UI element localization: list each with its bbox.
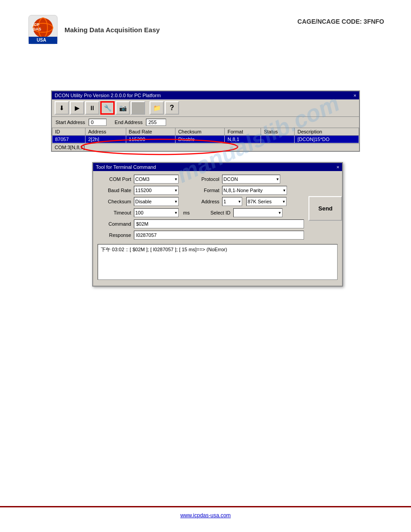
series-select-wrapper: 87K Series ▼ — [246, 197, 287, 206]
checksum-select-wrapper: Disable ▼ — [134, 197, 179, 206]
page-footer: www.icpdas-usa.com — [0, 506, 411, 519]
help-button[interactable]: ? — [165, 101, 179, 115]
folder-button[interactable]: 📁 — [150, 101, 164, 115]
command-input[interactable] — [134, 219, 304, 228]
play-button[interactable]: ▶ — [70, 101, 84, 115]
pause-button[interactable]: ⏸ — [85, 101, 99, 115]
command-row: Command — [98, 219, 304, 228]
log-entry: 下午 03:02 :: [ $02M ]; [ I0287057 ]; [ 15… — [101, 247, 227, 252]
response-label: Response — [98, 232, 131, 238]
start-address-label: Start Address — [56, 120, 85, 125]
cell-checksum: Disable — [175, 136, 224, 143]
select-id-wrapper: ▼ — [233, 208, 283, 217]
cell-address: 2[2h] — [86, 136, 126, 143]
addr-select-wrapper: 1 ▼ — [222, 197, 242, 206]
baud-rate-row: Baud Rate 115200 ▼ Format N,8,1-None P — [98, 186, 304, 195]
col-header-baud: Baud Rate — [126, 128, 175, 136]
company-logo: ICP DAS USA — [27, 13, 59, 46]
dcon-window-title: DCON Utility Pro Version 2.0.0.0 for PC … — [55, 93, 161, 98]
cell-baud: 115200 — [126, 136, 175, 143]
com-port-select[interactable]: COM3 — [134, 175, 179, 184]
checksum-row: Checksum Disable ▼ Address 1 — [98, 197, 304, 206]
footer-link[interactable]: www.icpdas-usa.com — [180, 512, 231, 519]
svg-text:USA: USA — [37, 38, 46, 43]
response-row: Response — [98, 231, 304, 240]
timeout-row: Timeout 100 ▼ ms Select ID — [98, 208, 304, 217]
protocol-select[interactable]: DCON — [222, 175, 280, 184]
dcon-main-window: DCON Utility Pro Version 2.0.0.0 for PC … — [51, 90, 360, 152]
svg-text:DAS: DAS — [33, 27, 41, 31]
start-address-input[interactable] — [89, 119, 107, 126]
terminal-left: COM Port COM3 ▼ Protocol DCON — [98, 175, 304, 242]
series-select[interactable]: 87K Series — [246, 197, 287, 206]
protocol-select-wrapper: DCON ▼ — [222, 175, 280, 184]
protocol-label: Protocol — [186, 176, 219, 182]
cell-status — [261, 136, 295, 143]
select-id-label: Select ID — [197, 210, 231, 215]
timeout-select[interactable]: 100 — [134, 208, 179, 217]
col-header-id: ID — [52, 128, 86, 136]
checksum-select[interactable]: Disable — [134, 197, 179, 206]
svg-text:ICP: ICP — [33, 22, 39, 27]
checksum-label: Checksum — [98, 199, 131, 204]
baud-rate-label: Baud Rate — [98, 188, 131, 193]
terminal-title: Tool for Terminal Command — [96, 164, 156, 170]
timeout-select-wrapper: 100 ▼ — [134, 208, 179, 217]
logo-area: ICP DAS USA Making Data Acquisition Easy — [27, 13, 160, 46]
terminal-close-btn[interactable]: × — [337, 164, 339, 170]
com-status-bar: COM:3[N,8,1] — [52, 143, 359, 151]
terminal-dialog: Tool for Terminal Command × COM Port COM… — [92, 162, 343, 287]
page-header: ICP DAS USA Making Data Acquisition Easy… — [0, 0, 411, 55]
address-select[interactable]: 1 — [222, 197, 242, 206]
terminal-titlebar: Tool for Terminal Command × — [93, 163, 342, 171]
download-button[interactable]: ⬇ — [55, 101, 69, 115]
send-button[interactable]: Send — [308, 196, 342, 221]
dcon-titlebar: DCON Utility Pro Version 2.0.0.0 for PC … — [52, 91, 359, 99]
format-label: Format — [186, 188, 219, 193]
com-port-row: COM Port COM3 ▼ Protocol DCON — [98, 175, 304, 184]
address-label: Address — [186, 199, 219, 204]
col-header-description: Description — [295, 128, 359, 136]
cell-description: [DCON]15*DO — [295, 136, 359, 143]
cage-code: CAGE/NCAGE CODE: 3FNFO — [297, 13, 384, 25]
select-id-select[interactable] — [233, 208, 283, 217]
address-fields: Start Address End Address — [52, 117, 359, 128]
col-header-checksum: Checksum — [175, 128, 224, 136]
cell-id: 87057 — [52, 136, 86, 143]
format-select[interactable]: N,8,1-None Parity — [222, 186, 287, 195]
com-port-label: COM Port — [98, 176, 131, 182]
camera-button[interactable]: 📷 — [116, 101, 130, 115]
format-select-wrapper: N,8,1-None Parity ▼ — [222, 186, 287, 195]
dcon-window-wrapper: DCON Utility Pro Version 2.0.0.0 for PC … — [51, 90, 360, 152]
end-address-label: End Address — [115, 120, 142, 125]
baud-rate-select-wrapper: 115200 ▼ — [134, 186, 179, 195]
terminal-body: COM Port COM3 ▼ Protocol DCON — [93, 171, 342, 286]
col-header-status: Status — [261, 128, 295, 136]
col-header-address: Address — [86, 128, 126, 136]
dcon-close-btn[interactable]: × — [354, 93, 356, 98]
terminal-right: Send — [308, 175, 346, 242]
com-status-text: COM:3[N,8,1] — [55, 145, 85, 150]
device-table: ID Address Baud Rate Checksum Format Sta… — [52, 128, 359, 143]
timeout-ms: ms — [183, 210, 190, 215]
com-port-select-wrapper: COM3 ▼ — [134, 175, 179, 184]
end-address-input[interactable] — [146, 119, 166, 126]
cell-format: N,8,1 — [225, 136, 261, 143]
response-input[interactable] — [134, 231, 304, 240]
terminal-mid: COM Port COM3 ▼ Protocol DCON — [98, 175, 338, 242]
dcon-toolbar: ⬇ ▶ ⏸ 🔧 📷 📁 ? — [52, 99, 359, 117]
gray-button[interactable] — [131, 101, 145, 115]
table-row[interactable]: 87057 2[2h] 115200 Disable N,8,1 [DCON]1… — [52, 136, 359, 143]
terminal-log: 下午 03:02 :: [ $02M ]; [ I0287057 ]; [ 15… — [98, 244, 338, 280]
logo-tagline: Making Data Acquisition Easy — [64, 26, 160, 34]
col-header-format: Format — [225, 128, 261, 136]
baud-rate-select[interactable]: 115200 — [134, 186, 179, 195]
wrench-button[interactable]: 🔧 — [100, 101, 115, 115]
command-label: Command — [98, 221, 131, 227]
timeout-label: Timeout — [98, 210, 131, 215]
